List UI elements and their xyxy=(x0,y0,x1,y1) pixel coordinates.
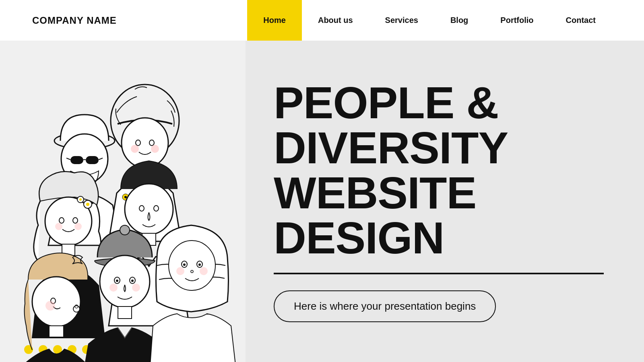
svg-point-25 xyxy=(55,223,62,230)
svg-point-44 xyxy=(183,263,186,266)
svg-point-51 xyxy=(45,301,55,311)
svg-rect-4 xyxy=(86,156,99,164)
svg-point-37 xyxy=(131,280,134,282)
nav-item-services[interactable]: Services xyxy=(369,0,434,41)
svg-point-38 xyxy=(109,284,118,292)
svg-point-26 xyxy=(74,223,82,230)
svg-point-46 xyxy=(176,267,184,275)
nav-link-home[interactable]: Home xyxy=(247,0,302,41)
svg-point-14 xyxy=(151,145,159,153)
svg-point-10 xyxy=(122,118,168,168)
nav-link-services[interactable]: Services xyxy=(369,0,434,41)
svg-point-24 xyxy=(79,198,82,201)
content-wrapper: PEOPLE & DIVERSITY WEBSITE DESIGN Here i… xyxy=(0,41,644,362)
nav-link-blog[interactable]: Blog xyxy=(434,0,484,41)
svg-point-41 xyxy=(169,241,215,290)
svg-rect-54 xyxy=(49,326,64,337)
navbar: COMPANY NAME Home About us Services Blog… xyxy=(0,0,644,41)
svg-point-45 xyxy=(198,263,201,266)
nav-item-contact[interactable]: Contact xyxy=(550,0,612,41)
svg-rect-3 xyxy=(70,156,83,164)
hero-divider xyxy=(274,273,604,274)
nav-links: Home About us Services Blog Portfolio Co… xyxy=(247,0,612,41)
people-illustration xyxy=(20,60,237,362)
svg-point-22 xyxy=(86,203,89,206)
main-content: PEOPLE & DIVERSITY WEBSITE DESIGN Here i… xyxy=(0,41,644,362)
svg-point-47 xyxy=(200,267,208,275)
nav-item-home[interactable]: Home xyxy=(247,0,302,41)
hero-illustration xyxy=(0,41,250,362)
svg-rect-40 xyxy=(118,306,132,319)
nav-item-blog[interactable]: Blog xyxy=(434,0,484,41)
svg-point-39 xyxy=(132,284,140,292)
hero-title-line1: PEOPLE & xyxy=(274,78,498,128)
nav-link-contact[interactable]: Contact xyxy=(550,0,612,41)
hero-title-line4: DESIGN xyxy=(274,213,444,263)
hero-cta-button[interactable]: Here is where your presentation begins xyxy=(274,290,496,322)
svg-point-17 xyxy=(124,196,127,198)
svg-point-33 xyxy=(100,255,150,308)
hero-title-line3: WEBSITE xyxy=(274,168,476,218)
hero-title: PEOPLE & DIVERSITY WEBSITE DESIGN xyxy=(274,80,612,261)
svg-point-52 xyxy=(73,306,80,312)
svg-point-49 xyxy=(32,277,80,327)
svg-point-36 xyxy=(116,280,118,282)
svg-point-32 xyxy=(120,225,130,235)
company-logo: COMPANY NAME xyxy=(32,15,117,26)
nav-item-portfolio[interactable]: Portfolio xyxy=(484,0,549,41)
nav-link-about[interactable]: About us xyxy=(302,0,369,41)
nav-item-about[interactable]: About us xyxy=(302,0,369,41)
hero-title-line2: DIVERSITY xyxy=(274,123,508,173)
svg-point-13 xyxy=(131,145,139,153)
nav-link-portfolio[interactable]: Portfolio xyxy=(484,0,549,41)
hero-text: PEOPLE & DIVERSITY WEBSITE DESIGN Here i… xyxy=(250,41,644,362)
